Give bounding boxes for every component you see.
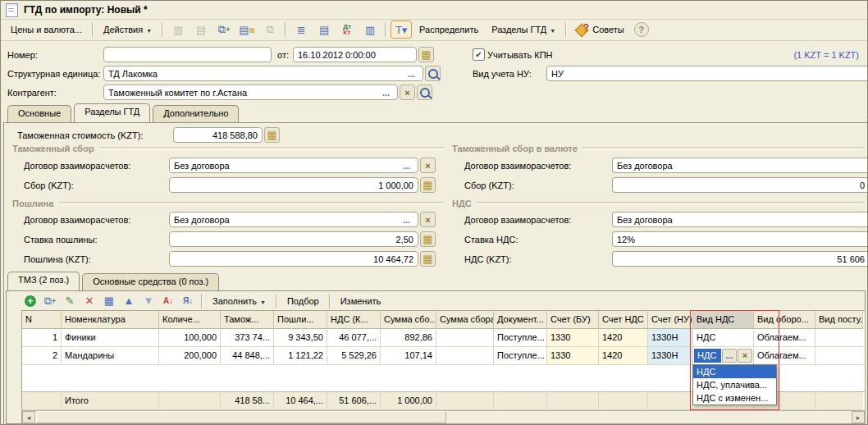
vat-kind-selected-value[interactable]: НДС [694, 349, 721, 363]
cell-account-nu[interactable]: 1330Н [648, 329, 693, 347]
nu-kind-input[interactable]: НУ [546, 66, 868, 81]
column-header-quantity[interactable]: Количе... [159, 311, 221, 329]
edit-row-icon[interactable]: ✎ [61, 293, 79, 309]
dt-kt-postings-icon[interactable]: ДтКт [336, 21, 358, 39]
cell-account-nu[interactable]: 1330Н [648, 347, 693, 365]
cell-vat[interactable]: 46 077,... [327, 329, 381, 347]
cell-account-vat[interactable]: 1420 [599, 329, 648, 347]
help-icon[interactable]: ? [634, 22, 649, 37]
cell-quantity[interactable]: 200,000 [159, 347, 221, 365]
cell-account-bu[interactable]: 1330 [547, 347, 599, 365]
duty-amount-input[interactable]: 10 464,72 [169, 251, 418, 267]
cell-nomenclature[interactable]: Финики [62, 329, 159, 347]
column-header-vat-kind[interactable]: Вид НДС [693, 311, 754, 329]
distribute-button[interactable]: Распределить [413, 21, 485, 38]
cell-fee-sum-cur[interactable] [436, 347, 494, 365]
table-row[interactable]: 2 Мандарины 200,000 44 848,... 1 121,22 … [22, 347, 865, 365]
cell-n[interactable]: 1 [22, 329, 62, 347]
actions-button[interactable]: Действия▼ [97, 21, 158, 38]
scroll-right-icon[interactable]: ▸ [852, 411, 865, 423]
column-header-document[interactable]: Документ... [494, 311, 547, 329]
tab-razdely-gtd[interactable]: Разделы ГТД [74, 103, 150, 122]
tab-osnovnye[interactable]: Основные [7, 105, 71, 122]
clear-icon[interactable]: × [738, 349, 752, 363]
change-button[interactable]: Изменить [334, 293, 388, 309]
column-header-fee-sum-cur[interactable]: Сумма сбора (... [436, 311, 494, 329]
choose-icon[interactable]: ... [400, 215, 413, 225]
fee-contract-input[interactable]: Без договора ... [169, 158, 418, 173]
post-document-icon[interactable]: ▤▦ [236, 21, 258, 39]
tab-tmz[interactable]: ТМЗ (2 поз.) [7, 272, 80, 290]
clear-icon[interactable]: × [420, 212, 436, 227]
cell-fee-sum-cur[interactable] [436, 329, 494, 347]
fill-button[interactable]: Заполнить▼ [206, 293, 272, 309]
column-header-fee-sum[interactable]: Сумма сбо... [381, 311, 436, 329]
column-header-receipt-kind[interactable]: Вид посту... [815, 311, 863, 329]
clear-icon[interactable]: × [420, 158, 436, 173]
fee-amount-input[interactable]: 1 000,00 [169, 177, 418, 193]
column-header-account-bu[interactable]: Счет (БУ) [547, 311, 599, 329]
contractor-input[interactable]: Таможенный комитет по г.Астана ... [103, 85, 398, 100]
cell-vat[interactable]: 5 529,26 [327, 347, 381, 365]
customs-value-input[interactable]: 418 588,80 [173, 127, 263, 143]
pick-button[interactable]: Подбор [281, 293, 326, 309]
cell-nomenclature[interactable]: Мандарины [62, 347, 159, 365]
fee-currency-contract-input[interactable]: Без договора [612, 158, 868, 173]
delete-row-icon[interactable]: ✕ [80, 293, 98, 309]
dropdown-item[interactable]: НДС [693, 365, 776, 378]
cell-vat-kind[interactable]: НДС [693, 329, 754, 347]
move-down-icon[interactable]: ▼ [139, 293, 158, 309]
calculator-icon[interactable]: ▦ [264, 127, 280, 143]
list-structure-icon[interactable]: ≣ [290, 21, 312, 39]
scrollbar-track[interactable] [446, 411, 852, 423]
cell-customs[interactable]: 44 848,... [221, 347, 274, 365]
cell-document[interactable]: Поступле... [494, 329, 547, 347]
cell-duty[interactable]: 9 343,50 [274, 329, 327, 347]
calendar-icon[interactable]: ▦ [418, 47, 434, 62]
tips-button[interactable]: ? Советы [570, 21, 630, 39]
table-row[interactable]: 1 Финики 100,000 373 74... 9 343,50 46 0… [22, 329, 865, 347]
choose-icon[interactable]: ... [722, 349, 737, 363]
cell-duty[interactable]: 1 121,22 [274, 347, 327, 365]
column-header-nomenclature[interactable]: Номенклатура [62, 311, 159, 329]
sort-asc-icon[interactable]: А↓ [159, 293, 177, 309]
cell-turnover-kind[interactable]: Облагаем... [754, 347, 815, 365]
gtd-sections-button[interactable]: Разделы ГТД▼ [485, 21, 562, 38]
column-header-vat[interactable]: НДС (К... [327, 311, 381, 329]
cell-vat-kind-editing[interactable]: НДС ... × [693, 347, 754, 365]
cell-receipt-kind[interactable] [815, 347, 863, 365]
kpn-checkbox[interactable]: ✔ [473, 48, 485, 61]
number-input[interactable] [103, 47, 272, 62]
cell-account-vat[interactable]: 1420 [599, 347, 648, 365]
cancel-posting-icon[interactable]: ⧉ [259, 21, 281, 39]
filter-icon[interactable]: T▾ [391, 21, 412, 39]
search-icon[interactable] [425, 66, 441, 81]
calculator-icon[interactable]: ▦ [420, 231, 436, 247]
prices-currency-button[interactable]: Цены и валюта... [4, 21, 89, 38]
cell-fee-sum[interactable]: 107,14 [381, 347, 436, 365]
picture-icon[interactable]: ▤ [190, 21, 212, 39]
move-up-icon[interactable]: ▲ [120, 293, 138, 309]
cell-receipt-kind[interactable] [815, 329, 863, 347]
dropdown-item[interactable]: НДС, уплачива... [693, 378, 776, 391]
copy-document-icon[interactable]: ⧉+ [213, 21, 235, 39]
fee-currency-amount-input[interactable]: 0 [612, 177, 868, 193]
choose-icon[interactable]: ... [379, 88, 393, 98]
calculator-icon[interactable]: ▦ [420, 251, 436, 267]
choose-icon[interactable]: ... [404, 69, 418, 79]
cell-account-bu[interactable]: 1330 [547, 329, 599, 347]
scroll-left-icon[interactable]: ◂ [22, 411, 35, 423]
cell-n[interactable]: 2 [22, 347, 62, 365]
horizontal-scrollbar[interactable]: ◂ ▸ [22, 410, 865, 423]
choose-icon[interactable]: ... [400, 161, 413, 171]
cell-customs[interactable]: 373 74... [221, 329, 274, 347]
date-input[interactable]: 16.10.2012 0:00:00 [293, 47, 417, 62]
add-row-icon[interactable]: + [21, 293, 39, 309]
clear-icon[interactable]: × [400, 85, 415, 100]
report-icon[interactable]: ▥ [359, 21, 381, 39]
column-header-n[interactable]: N [22, 311, 62, 329]
duty-contract-input[interactable]: Без договора ... [169, 212, 418, 227]
column-header-duty[interactable]: Пошли... [274, 311, 327, 329]
column-header-account-nu[interactable]: Счет (НУ) [648, 311, 693, 329]
column-header-customs[interactable]: Тамож... [221, 311, 274, 329]
